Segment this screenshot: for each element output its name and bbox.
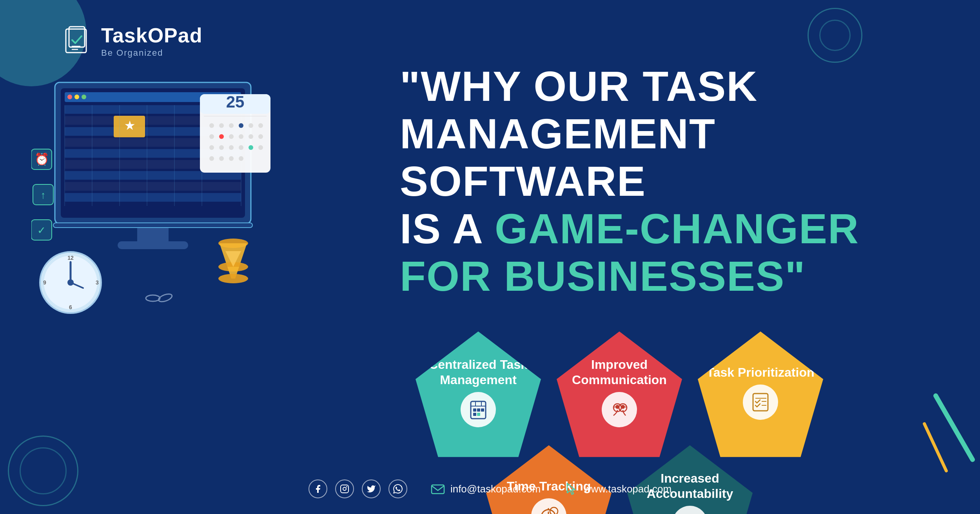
svg-text:⏰: ⏰ xyxy=(34,152,49,166)
svg-point-111 xyxy=(346,486,347,487)
email-icon xyxy=(431,482,445,496)
svg-text:9: 9 xyxy=(43,279,46,286)
svg-point-49 xyxy=(229,145,234,150)
svg-point-53 xyxy=(209,156,214,161)
svg-rect-92 xyxy=(753,394,768,411)
svg-rect-83 xyxy=(481,408,484,412)
svg-point-35 xyxy=(209,123,214,128)
svg-text:★: ★ xyxy=(125,120,135,132)
logo-icon xyxy=(63,25,94,57)
svg-text:25: 25 xyxy=(226,93,245,111)
svg-point-47 xyxy=(209,145,214,150)
card-icon-time-tracking xyxy=(531,498,566,514)
headline-line2: MANAGEMENT SOFTWARE xyxy=(400,110,917,205)
right-content-area: "WHY OUR TASK MANAGEMENT SOFTWARE IS A G… xyxy=(353,0,980,514)
svg-point-50 xyxy=(239,145,243,150)
footer-bar: info@taskopad.com www.taskopad.com xyxy=(0,479,980,498)
svg-point-48 xyxy=(219,145,224,150)
svg-rect-81 xyxy=(473,408,476,412)
headline-line3: IS A GAME-CHANGER xyxy=(400,205,917,253)
svg-point-51 xyxy=(249,145,253,150)
twitter-icon[interactable] xyxy=(362,479,381,498)
svg-point-41 xyxy=(209,134,214,139)
svg-rect-82 xyxy=(477,408,480,412)
facebook-icon[interactable] xyxy=(309,479,327,498)
svg-text:↑: ↑ xyxy=(41,189,46,201)
whatsapp-icon[interactable] xyxy=(388,479,407,498)
headline-line4: FOR BUSINESSES" xyxy=(400,253,917,300)
svg-point-40 xyxy=(258,123,263,128)
svg-rect-84 xyxy=(473,413,476,416)
svg-point-44 xyxy=(239,134,243,139)
svg-point-43 xyxy=(229,134,234,139)
svg-point-8 xyxy=(74,95,79,99)
svg-point-76 xyxy=(158,292,173,303)
svg-point-39 xyxy=(249,123,253,128)
svg-rect-109 xyxy=(341,485,348,493)
svg-point-68 xyxy=(218,274,248,283)
card-icon-prioritization xyxy=(743,385,778,420)
svg-text:✓: ✓ xyxy=(37,224,46,236)
svg-text:6: 6 xyxy=(69,304,72,310)
social-icons-group xyxy=(309,479,407,498)
svg-point-89 xyxy=(621,405,625,409)
illustration-area: ★ 25 xyxy=(31,71,314,353)
footer-email: info@taskopad.com xyxy=(431,482,541,496)
svg-point-90 xyxy=(613,406,615,408)
svg-point-91 xyxy=(625,406,627,408)
svg-point-38 xyxy=(239,123,243,128)
feature-card-centralized: Centralized TaskManagement xyxy=(416,332,541,457)
svg-point-42 xyxy=(219,134,224,139)
svg-rect-85 xyxy=(477,413,480,416)
svg-rect-18 xyxy=(65,193,241,202)
svg-point-45 xyxy=(249,134,253,139)
instagram-icon[interactable] xyxy=(335,479,354,498)
card-icon-centralized xyxy=(461,392,496,427)
card-shape-prioritization: Task Prioritization xyxy=(698,332,823,457)
email-text: info@taskopad.com xyxy=(450,483,541,495)
svg-point-88 xyxy=(615,405,619,409)
feature-card-prioritization: Task Prioritization xyxy=(698,332,823,457)
svg-point-36 xyxy=(219,123,224,128)
card-label-centralized: Centralized TaskManagement xyxy=(421,349,535,387)
svg-text:12: 12 xyxy=(67,255,74,261)
headline-line1: "WHY OUR TASK xyxy=(400,63,917,110)
svg-point-56 xyxy=(239,156,243,161)
main-headline: "WHY OUR TASK MANAGEMENT SOFTWARE IS A G… xyxy=(400,63,917,300)
svg-point-9 xyxy=(82,95,86,99)
logo-area: TaskOPad Be Organized xyxy=(63,24,202,58)
card-icon-communication xyxy=(602,392,637,427)
svg-point-54 xyxy=(219,156,224,161)
svg-point-37 xyxy=(229,123,234,128)
svg-point-110 xyxy=(343,487,346,490)
card-icon-accountability xyxy=(672,506,708,514)
brand-name: TaskOPad xyxy=(101,24,202,47)
footer-contact: info@taskopad.com www.taskopad.com xyxy=(431,482,671,496)
svg-point-52 xyxy=(258,145,263,150)
website-text: www.taskopad.com xyxy=(584,483,671,495)
svg-text:3: 3 xyxy=(96,279,99,286)
svg-point-46 xyxy=(258,134,263,139)
card-label-communication: ImprovedCommunication xyxy=(564,349,675,387)
svg-rect-30 xyxy=(53,223,252,228)
svg-rect-29 xyxy=(118,241,188,249)
footer-website: www.taskopad.com xyxy=(564,482,671,496)
card-shape-communication: ImprovedCommunication xyxy=(557,332,682,457)
svg-point-55 xyxy=(229,156,234,161)
brand-tagline: Be Organized xyxy=(101,48,202,58)
feature-row-1: Centralized TaskManagement xyxy=(416,332,917,457)
card-label-prioritization: Task Prioritization xyxy=(699,357,822,380)
feature-card-communication: ImprovedCommunication xyxy=(557,332,682,457)
svg-rect-112 xyxy=(432,485,444,494)
cursor-icon xyxy=(564,482,578,496)
svg-point-7 xyxy=(67,95,72,99)
card-shape-centralized: Centralized TaskManagement xyxy=(416,332,541,457)
svg-point-75 xyxy=(146,295,160,301)
svg-rect-1 xyxy=(69,27,85,47)
logo-text-area: TaskOPad Be Organized xyxy=(101,24,202,58)
svg-rect-17 xyxy=(65,182,241,191)
